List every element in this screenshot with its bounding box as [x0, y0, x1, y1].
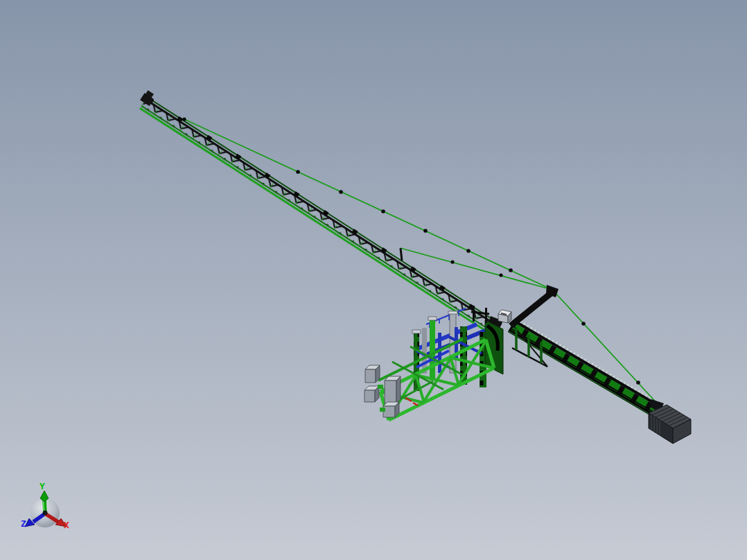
green-column: [430, 320, 435, 380]
slab-front: [385, 380, 396, 403]
cable-pin: [581, 322, 586, 326]
slab-side: [396, 376, 401, 403]
column-cap: [428, 317, 437, 320]
viewport-3d[interactable]: Y Z X: [0, 0, 747, 560]
blue-post: [438, 333, 441, 373]
cad-viewport-window: Y Z X: [0, 0, 747, 560]
origin-nub: [43, 511, 48, 516]
slab-front: [364, 390, 375, 402]
cable-pin: [381, 209, 385, 213]
y-axis-label: Y: [39, 481, 45, 491]
cable-pin: [466, 249, 471, 253]
cable-pin: [499, 273, 502, 277]
cable-pin: [296, 170, 300, 174]
cable-pin: [182, 117, 186, 121]
tie-anchor-post: [401, 248, 402, 261]
mast-post: [485, 308, 487, 323]
hoist-machinery-box[interactable]: [498, 310, 511, 323]
z-axis-label: Z: [21, 518, 26, 529]
cable-pin: [423, 229, 428, 233]
column-cap: [448, 311, 457, 314]
slab-mount: [380, 408, 385, 412]
slab-front: [365, 369, 376, 383]
slab-mount: [378, 385, 383, 389]
mast-post: [473, 306, 475, 322]
cable-pin: [636, 380, 640, 385]
cable-pin: [509, 268, 513, 272]
x-axis-label: X: [64, 520, 69, 530]
cable-pin: [450, 260, 454, 263]
column-cap: [412, 330, 421, 333]
steel-plate: [422, 328, 427, 374]
viewport-background[interactable]: [0, 0, 747, 560]
cable-pin: [339, 190, 343, 194]
